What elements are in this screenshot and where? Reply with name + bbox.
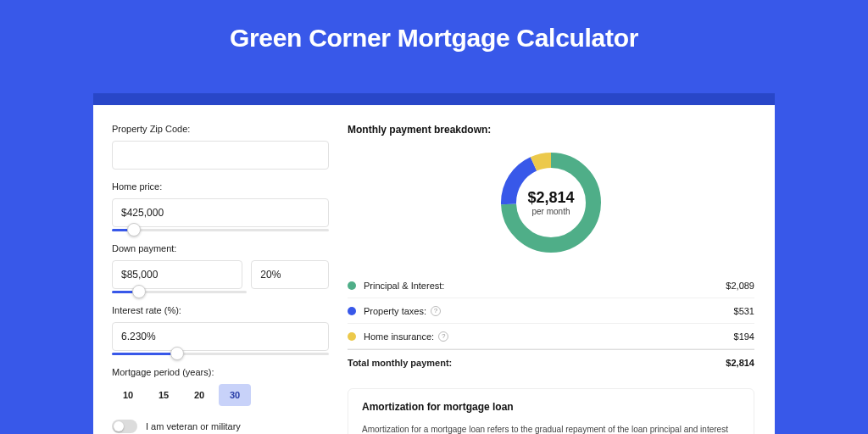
interest-rate-field-group: Interest rate (%): [112,305,329,355]
home-price-label: Home price: [112,181,329,192]
period-buttons: 10152030 [112,384,329,406]
period-button-30[interactable]: 30 [219,384,251,406]
period-button-10[interactable]: 10 [112,384,144,406]
interest-rate-slider[interactable] [112,353,329,355]
legend-dot [348,332,356,341]
legend-row-0: Principal & Interest:$2,089 [348,273,754,298]
legend-row-1: Property taxes:?$531 [348,298,754,324]
legend-row-2: Home insurance:?$194 [348,324,754,349]
amortization-card: Amortization for mortgage loan Amortizat… [348,388,754,434]
donut-container: $2,814 per month [348,147,754,258]
home-price-input[interactable] [112,198,329,227]
zip-input[interactable] [112,141,329,170]
legend-value: $2,089 [726,281,754,291]
zip-field-group: Property Zip Code: [112,124,329,170]
donut-amount: $2,814 [527,189,574,207]
donut-sublabel: per month [531,207,570,216]
down-payment-input[interactable] [112,260,242,289]
panel-shadow: Property Zip Code: Home price: Down paym… [93,93,775,434]
info-icon[interactable]: ? [438,331,448,342]
interest-rate-input[interactable] [112,322,329,351]
veteran-toggle[interactable] [112,420,137,433]
home-price-field-group: Home price: [112,181,329,231]
donut-center: $2,814 per month [496,147,606,258]
interest-rate-slider-fill [112,353,177,355]
home-price-slider-thumb[interactable] [127,223,141,236]
legend-dot [348,281,356,290]
veteran-label: I am veteran or military [146,421,241,431]
legend-list: Principal & Interest:$2,089Property taxe… [348,273,754,349]
period-field-group: Mortgage period (years): 10152030 [112,367,329,406]
legend-label: Principal & Interest: [364,281,726,291]
down-payment-field-group: Down payment: [112,243,329,293]
page-title: Green Corner Mortgage Calculator [0,0,868,53]
veteran-row: I am veteran or military [112,420,329,433]
legend-value: $531 [734,306,754,316]
breakdown-title: Monthly payment breakdown: [348,124,754,136]
total-value: $2,814 [726,358,754,368]
interest-rate-label: Interest rate (%): [112,305,329,315]
info-icon[interactable]: ? [431,306,441,316]
amortization-title: Amortization for mortgage loan [362,401,740,413]
calculator-panel: Property Zip Code: Home price: Down paym… [93,105,775,434]
legend-value: $194 [734,331,754,342]
home-price-slider[interactable] [112,229,329,231]
period-button-20[interactable]: 20 [183,384,215,406]
period-label: Mortgage period (years): [112,367,329,377]
donut-chart: $2,814 per month [496,147,606,258]
legend-dot [348,307,356,315]
total-row: Total monthly payment: $2,814 [348,349,754,375]
down-payment-label: Down payment: [112,243,329,253]
zip-label: Property Zip Code: [112,124,329,134]
legend-label: Home insurance:? [364,331,734,342]
breakdown-column: Monthly payment breakdown: $2,814 per mo… [348,105,775,434]
down-payment-pct-input[interactable] [251,260,329,289]
down-payment-slider-thumb[interactable] [132,285,146,298]
form-column: Property Zip Code: Home price: Down paym… [93,105,348,434]
legend-label: Property taxes:? [364,306,734,316]
interest-rate-slider-thumb[interactable] [170,347,184,360]
down-payment-slider[interactable] [112,291,247,293]
total-label: Total monthly payment: [348,358,726,368]
period-button-15[interactable]: 15 [147,384,180,406]
veteran-toggle-knob [114,421,124,431]
amortization-body: Amortization for a mortgage loan refers … [362,423,740,434]
